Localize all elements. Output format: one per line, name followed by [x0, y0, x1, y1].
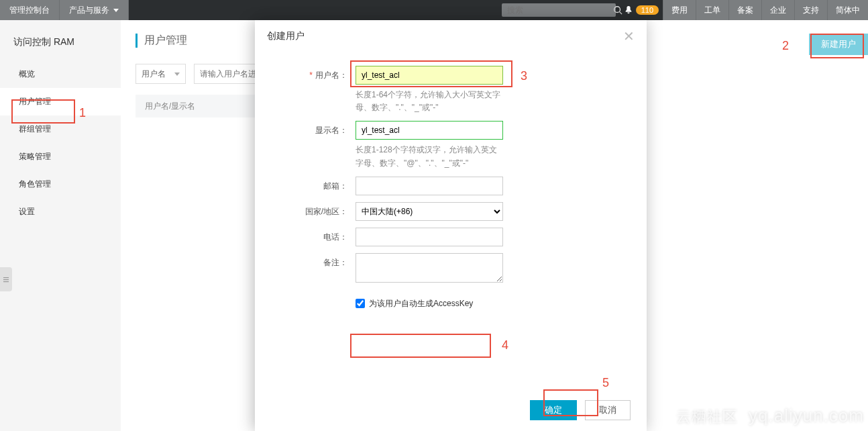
hint-display: 长度1-128个字符或汉字，允许输入英文字母、数字、"@"、"."、"_"或"-… — [356, 144, 503, 169]
row-email: 邮箱： — [275, 177, 627, 195]
sidebar-item-roles[interactable]: 角色管理 — [0, 171, 121, 198]
sidebar-list: 概览 用户管理 群组管理 策略管理 角色管理 设置 — [0, 60, 121, 226]
row-phone: 电话： — [275, 228, 627, 246]
bell-icon — [624, 5, 633, 15]
modal-header: 创建用户 ✕ — [255, 20, 647, 52]
sidebar-item-label: 角色管理 — [19, 179, 51, 189]
sidebar-item-overview[interactable]: 概览 — [0, 60, 121, 88]
row-username: *用户名： 长度1-64个字符，允许输入大小写英文字母、数字、"."、"_"或"… — [275, 66, 627, 114]
hint-username: 长度1-64个字符，允许输入大小写英文字母、数字、"."、"_"或"-" — [356, 89, 503, 114]
label-phone: 电话： — [275, 228, 356, 243]
nav-products[interactable]: 产品与服务 — [60, 0, 129, 20]
nav-console[interactable]: 管理控制台 — [0, 0, 60, 20]
nav-fee[interactable]: 费用 — [663, 0, 696, 20]
nav-enterprise-label: 企业 — [770, 5, 786, 16]
search-box[interactable] — [502, 3, 616, 17]
nav-ticket[interactable]: 工单 — [696, 0, 728, 20]
nav-products-label: 产品与服务 — [69, 5, 109, 16]
modal-footer: 确定 取消 — [255, 389, 647, 431]
sidebar-item-users[interactable]: 用户管理 — [0, 88, 121, 115]
topbar: 管理控制台 产品与服务 110 费用 工单 备案 企业 支持 简体中 — [0, 0, 868, 20]
search-input[interactable] — [502, 5, 613, 15]
input-email[interactable] — [356, 177, 503, 195]
sidebar-item-groups[interactable]: 群组管理 — [0, 115, 121, 143]
nav-lang[interactable]: 简体中 — [827, 0, 868, 20]
create-user-modal: 创建用户 ✕ *用户名： 长度1-64个字符，允许输入大小写英文字母、数字、".… — [255, 20, 647, 431]
input-display[interactable] — [356, 121, 503, 140]
sidebar-title: 访问控制 RAM — [0, 20, 121, 60]
row-remark: 备注： — [275, 253, 627, 285]
edge-collapse-tag[interactable] — [0, 267, 12, 291]
sidebar-item-label: 群组管理 — [19, 124, 51, 134]
table-header: 用户名/显示名 — [135, 95, 256, 117]
label-remark: 备注： — [275, 253, 356, 269]
input-phone[interactable] — [356, 228, 503, 246]
new-user-button[interactable]: 新建用户 — [809, 34, 868, 55]
notification-badge: 110 — [636, 5, 659, 15]
svg-rect-4 — [3, 281, 9, 282]
notifications[interactable]: 110 — [616, 0, 663, 20]
nav-console-label: 管理控制台 — [9, 5, 50, 16]
textarea-remark[interactable] — [356, 253, 503, 283]
filter-select[interactable]: 用户名 — [135, 64, 186, 84]
label-email: 邮箱： — [275, 177, 356, 192]
nav-fee-label: 费用 — [671, 5, 688, 16]
ok-button-label: 确定 — [545, 405, 562, 415]
input-username[interactable] — [356, 66, 503, 85]
nav-filing[interactable]: 备案 — [728, 0, 761, 20]
label-display: 显示名： — [275, 121, 356, 136]
checkbox-accesskey[interactable] — [356, 299, 365, 308]
caret-down-icon — [174, 73, 180, 76]
nav-support-label: 支持 — [803, 5, 819, 16]
ok-button[interactable]: 确定 — [530, 400, 577, 420]
new-user-button-label: 新建用户 — [821, 39, 856, 49]
label-region: 国家/地区： — [275, 202, 356, 218]
label-username-text: 用户名： — [315, 70, 347, 80]
caret-down-icon — [113, 9, 119, 12]
cancel-button-label: 取消 — [599, 405, 616, 415]
filter-select-label: 用户名 — [142, 68, 166, 80]
row-region: 国家/地区： 中国大陆(+86) — [275, 202, 627, 221]
modal-body: *用户名： 长度1-64个字符，允许输入大小写英文字母、数字、"."、"_"或"… — [255, 52, 647, 389]
sidebar-item-policies[interactable]: 策略管理 — [0, 143, 121, 171]
row-display: 显示名： 长度1-128个字符或汉字，允许输入英文字母、数字、"@"、"."、"… — [275, 121, 627, 169]
sidebar-item-label: 设置 — [19, 207, 35, 216]
sidebar-item-label: 概览 — [19, 69, 35, 79]
topbar-spacer — [129, 0, 502, 20]
required-icon: * — [309, 70, 313, 80]
svg-rect-3 — [3, 279, 9, 280]
nav-support[interactable]: 支持 — [794, 0, 827, 20]
topbar-right: 费用 工单 备案 企业 支持 简体中 — [663, 0, 868, 20]
nav-enterprise[interactable]: 企业 — [761, 0, 794, 20]
table-col-username: 用户名/显示名 — [145, 101, 195, 112]
nav-lang-label: 简体中 — [836, 5, 860, 16]
sidebar-item-label: 用户管理 — [19, 97, 51, 106]
sidebar: 访问控制 RAM 概览 用户管理 群组管理 策略管理 角色管理 设置 — [0, 20, 121, 431]
topbar-left: 管理控制台 产品与服务 — [0, 0, 129, 20]
nav-ticket-label: 工单 — [704, 5, 720, 16]
select-region[interactable]: 中国大陆(+86) — [356, 202, 503, 221]
cancel-button[interactable]: 取消 — [585, 400, 631, 420]
row-accesskey: 为该用户自动生成AccessKey — [356, 298, 627, 309]
close-icon[interactable]: ✕ — [623, 30, 635, 43]
label-accesskey: 为该用户自动生成AccessKey — [369, 298, 473, 309]
svg-rect-2 — [3, 277, 9, 278]
filter-input[interactable] — [194, 64, 261, 84]
nav-filing-label: 备案 — [737, 5, 753, 16]
modal-title: 创建用户 — [267, 30, 305, 42]
sidebar-item-label: 策略管理 — [19, 152, 51, 161]
sidebar-item-settings[interactable]: 设置 — [0, 198, 121, 226]
label-username: *用户名： — [275, 66, 356, 81]
